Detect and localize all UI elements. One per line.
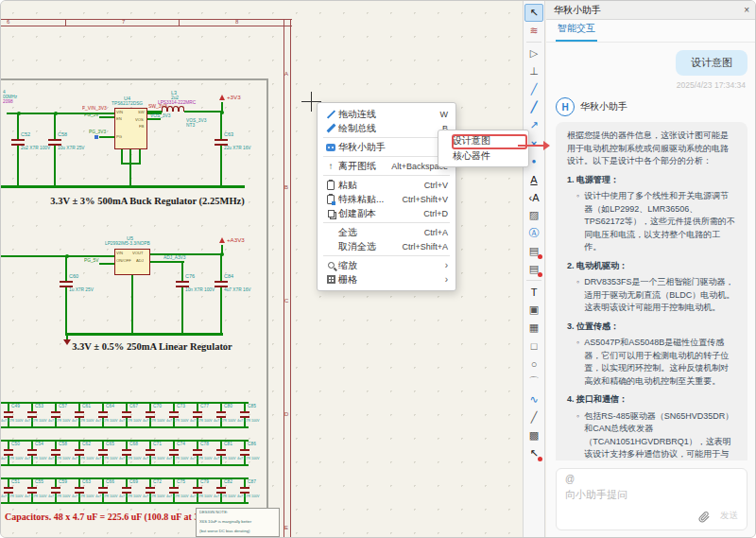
add-wire-tool[interactable]: ╱ <box>524 80 543 98</box>
wire <box>129 149 131 164</box>
highlight-net-tool[interactable]: ≋ <box>524 22 543 40</box>
submenu-item[interactable]: 核心器件 <box>438 148 528 164</box>
section-bullet: DRV8353FS是一个三相智能门驱动器，适用于驱动无刷直流（BLDC）电动机。… <box>567 276 736 315</box>
select-tool[interactable]: ↖ <box>524 4 543 22</box>
reference-designator: C66 <box>106 479 114 484</box>
menu-item[interactable]: ↑离开图纸Alt+Backspace <box>318 159 455 173</box>
component-value: 4u7 X7R 100V <box>237 495 259 498</box>
drawing-toolbar: ↖≋▷⊥╱╱↗×●A‹A▨Ⓐ▤▤T▣▦□○⌒∿╱▩↖ <box>523 1 545 538</box>
message-intro: 根据您提供的器件信息，这张设计图可能是用于电动机控制系统或伺服驱动系统的电路设计… <box>567 130 736 168</box>
section-bullet: 设计中使用了多个线性和开关电源调节器（如LP2992、LMR36506、TPS6… <box>567 190 736 254</box>
menu-shortcut: Ctrl+V <box>424 181 448 190</box>
menu-separator <box>323 137 450 138</box>
reference-designator: C61 <box>82 404 91 408</box>
wire <box>139 149 141 164</box>
tab-smart-interaction[interactable]: 智能交互 <box>556 18 597 42</box>
sheet-border <box>1 19 292 20</box>
part-number: LPS3314-222MRC <box>158 100 196 105</box>
chat-area[interactable]: 设计意图 2025/4/23 17:34:34 H 华秋小助手 根据您提供的器件… <box>546 43 756 460</box>
menu-item[interactable]: 缩放› <box>318 258 455 272</box>
capacitor <box>55 478 57 487</box>
panel-title: 华秋小助手 <box>554 4 744 17</box>
wire <box>121 149 123 164</box>
capacitor <box>8 403 9 411</box>
pin-name: VOS <box>135 117 144 122</box>
menu-item[interactable]: 取消全选Ctrl+Shift+A <box>318 239 455 253</box>
menu-item[interactable]: 特殊粘贴...Ctrl+Shift+V <box>318 192 455 206</box>
badge-dot <box>538 457 542 461</box>
submenu-arrow-icon: › <box>445 274 448 285</box>
bezier-tool[interactable]: ∿ <box>524 390 543 408</box>
power-net-label: +A3V3 <box>227 236 245 243</box>
capacitor <box>244 403 246 411</box>
grid-icon <box>327 275 335 284</box>
reference-designator: C86 <box>248 442 256 446</box>
context-menu: 拖动连线W绘制总线B华秋小助手›↑离开图纸Alt+Backspace粘贴Ctrl… <box>317 102 456 291</box>
rectangle-tool[interactable]: □ <box>524 337 543 355</box>
menu-item[interactable]: 创建副本Ctrl+D <box>318 206 455 220</box>
design-note-line: DESIGN NOTE: <box>199 511 232 514</box>
import-sheet-pin-tool[interactable]: ▤ <box>524 242 543 260</box>
net-label-tool[interactable]: A <box>524 170 543 188</box>
add-power-tool[interactable]: ⊥ <box>524 62 543 80</box>
hierarchical-label-tool[interactable]: Ⓐ <box>524 224 543 242</box>
capacitor <box>240 487 249 489</box>
menu-item[interactable]: 绘制总线B <box>318 121 455 135</box>
inductor-l3[interactable] <box>162 106 184 112</box>
capacitor <box>75 411 84 413</box>
menu-item-label: 全选 <box>338 226 424 239</box>
menu-item[interactable]: 全选Ctrl+A <box>318 225 455 239</box>
menu-separator <box>323 175 450 176</box>
hierarchical-sheet-tool[interactable]: ▨ <box>524 206 543 224</box>
menu-item[interactable]: 栅格› <box>318 272 455 286</box>
capacitor <box>78 403 80 411</box>
send-button[interactable]: 发送 <box>720 510 738 522</box>
arc-tool[interactable]: ⌒ <box>524 373 543 390</box>
wire <box>99 263 114 265</box>
net-label: PG_5V <box>84 113 98 117</box>
capacitor <box>216 487 226 489</box>
text-tool[interactable]: T <box>524 283 543 301</box>
reference-designator: C87 <box>248 479 256 484</box>
chat-input[interactable] <box>565 488 707 516</box>
image-tool[interactable]: ▩ <box>524 426 543 444</box>
textbox-tool[interactable]: ▣ <box>524 301 543 319</box>
menu-item[interactable]: 拖动连线W <box>318 107 455 121</box>
menu-item-label: 离开图纸 <box>338 160 391 173</box>
capacitor <box>244 441 246 449</box>
reference-designator: C60 <box>69 273 78 279</box>
reference-designator: C63 <box>82 479 91 484</box>
capacitor <box>169 411 179 413</box>
message-section: 2. 电动机驱动：DRV8353FS是一个三相智能门驱动器，适用于驱动无刷直流（… <box>567 260 736 315</box>
add-symbol-tool[interactable]: ▷ <box>524 44 543 62</box>
capacitor <box>149 403 151 411</box>
circle-tool[interactable]: ○ <box>524 355 543 373</box>
capacitor <box>65 257 67 281</box>
capacitor <box>181 287 183 334</box>
attach-icon[interactable] <box>698 511 711 523</box>
sheet-row-letter: E <box>284 525 288 531</box>
section-bullet: AS5047P和AS5048B是磁性位置传感器，它们可以用于检测电动机的转子位置… <box>567 337 736 388</box>
wire <box>99 136 114 138</box>
add-bus-tool[interactable]: ╱ <box>524 98 543 116</box>
assistant-name: 华秋小助手 <box>580 100 627 113</box>
pin-name: SW <box>138 110 145 114</box>
mention-icon[interactable]: @ <box>565 474 575 484</box>
capacitor <box>220 287 222 334</box>
component-value: 4u7 X7R 100V <box>214 495 235 498</box>
close-icon[interactable]: × <box>744 5 749 15</box>
reference-designator: C72 <box>153 479 162 484</box>
paste-special-icon <box>327 195 335 204</box>
menu-item[interactable]: 华秋小助手› <box>318 140 455 154</box>
table-tool[interactable]: ▦ <box>524 319 543 337</box>
capacitor <box>75 449 84 451</box>
line-tool[interactable]: ╱ <box>524 408 543 426</box>
component-value: 22u X7R 16V <box>224 146 251 150</box>
sheet-pin-tool[interactable]: ▤ <box>524 260 543 278</box>
panel-header: 华秋小助手 × <box>546 1 756 20</box>
menu-item[interactable]: 粘贴Ctrl+V <box>318 178 455 192</box>
global-label-tool[interactable]: ‹A <box>524 188 543 206</box>
capacitor <box>173 478 175 487</box>
delete-tool[interactable]: ↖ <box>524 444 543 462</box>
menu-item-label: 创建副本 <box>338 207 423 220</box>
